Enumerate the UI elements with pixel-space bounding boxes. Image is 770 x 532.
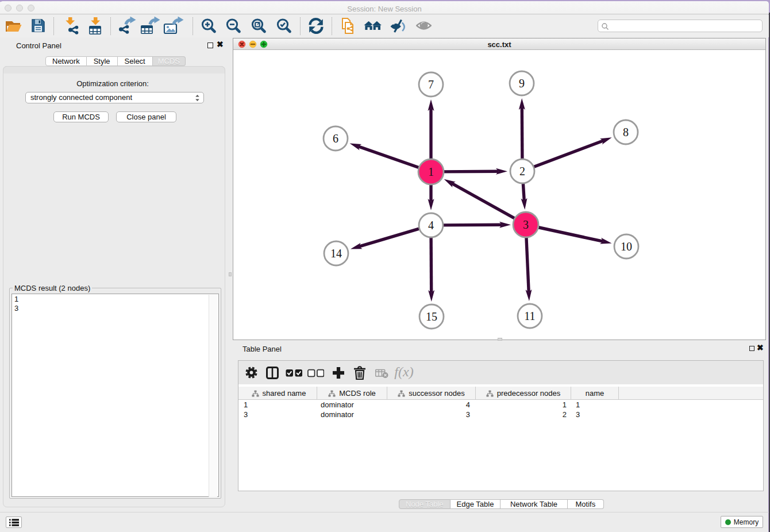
svg-text:1: 1: [428, 165, 434, 178]
svg-text:11: 11: [524, 310, 535, 322]
svg-text:10: 10: [621, 240, 632, 253]
svg-text:9: 9: [519, 77, 525, 90]
svg-text:2: 2: [519, 165, 525, 178]
svg-text:4: 4: [428, 219, 434, 232]
svg-text:6: 6: [333, 132, 338, 145]
svg-text:7: 7: [428, 78, 434, 91]
svg-text:3: 3: [523, 218, 529, 231]
svg-text:8: 8: [623, 126, 629, 138]
svg-text:14: 14: [330, 247, 342, 260]
svg-text:15: 15: [426, 310, 437, 323]
